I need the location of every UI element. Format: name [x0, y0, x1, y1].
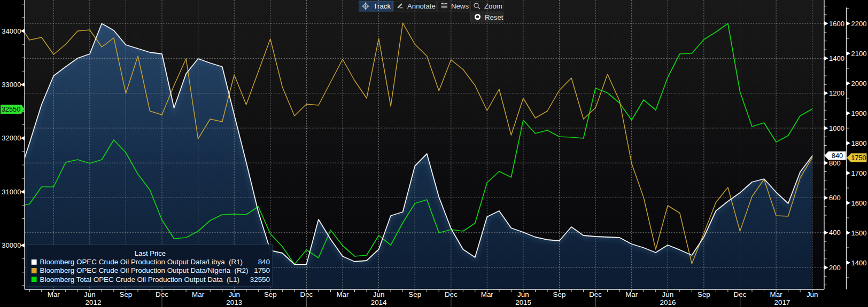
- svg-text:Annotate: Annotate: [407, 2, 436, 10]
- svg-text:Jun: Jun: [84, 290, 96, 298]
- svg-text:2000: 2000: [851, 80, 867, 88]
- svg-text:33000: 33000: [2, 81, 21, 89]
- svg-text:Last Price: Last Price: [135, 249, 166, 257]
- svg-text:31000: 31000: [2, 188, 21, 196]
- svg-text:34000: 34000: [2, 27, 21, 35]
- svg-text:Sep: Sep: [408, 290, 421, 298]
- svg-text:1600: 1600: [829, 20, 844, 28]
- svg-text:2013: 2013: [226, 298, 242, 306]
- svg-text:800: 800: [829, 159, 841, 167]
- svg-text:Mar: Mar: [625, 290, 638, 298]
- svg-text:Zoom: Zoom: [484, 2, 502, 10]
- svg-text:Jun: Jun: [517, 290, 529, 298]
- svg-text:30000: 30000: [2, 241, 21, 249]
- svg-text:Mar: Mar: [770, 290, 783, 298]
- svg-text:600: 600: [829, 194, 841, 202]
- svg-text:1400: 1400: [851, 259, 867, 267]
- svg-text:Mar: Mar: [336, 290, 349, 298]
- svg-text:840: 840: [258, 258, 270, 266]
- svg-text:32000: 32000: [2, 134, 21, 142]
- svg-text:Sep: Sep: [698, 290, 710, 298]
- svg-text:1900: 1900: [851, 109, 867, 117]
- svg-text:1800: 1800: [851, 139, 867, 147]
- svg-text:32550: 32550: [2, 105, 21, 113]
- svg-text:Mar: Mar: [192, 290, 205, 298]
- svg-text:2015: 2015: [515, 298, 531, 306]
- svg-text:1200: 1200: [829, 89, 844, 97]
- svg-text:Bloomberg OPEC Crude Oil Produ: Bloomberg OPEC Crude Oil Production Outp…: [40, 258, 243, 266]
- svg-text:Bloomberg Total OPEC Crude Oil: Bloomberg Total OPEC Crude Oil Productio…: [40, 275, 239, 284]
- svg-text:Jun: Jun: [373, 290, 385, 298]
- svg-text:200: 200: [829, 264, 841, 272]
- svg-text:32550: 32550: [250, 275, 270, 284]
- svg-text:Bloomberg OPEC Crude Oil Produ: Bloomberg OPEC Crude Oil Production Outp…: [40, 266, 249, 274]
- svg-text:400: 400: [829, 229, 841, 237]
- svg-text:Jun: Jun: [807, 290, 818, 298]
- svg-text:Sep: Sep: [553, 290, 566, 298]
- svg-text:1000: 1000: [829, 124, 844, 132]
- svg-text:1400: 1400: [829, 54, 844, 62]
- svg-text:2200: 2200: [851, 20, 867, 28]
- svg-text:Sep: Sep: [119, 290, 132, 298]
- svg-text:840: 840: [832, 152, 843, 160]
- svg-text:1750: 1750: [254, 266, 270, 274]
- svg-text:News: News: [451, 2, 469, 10]
- svg-text:1750: 1750: [851, 154, 866, 162]
- svg-text:Jun: Jun: [228, 290, 240, 298]
- svg-text:2017: 2017: [774, 298, 790, 306]
- svg-text:Mar: Mar: [48, 290, 60, 298]
- svg-text:1500: 1500: [851, 229, 867, 237]
- svg-text:Track: Track: [374, 2, 391, 10]
- svg-text:1600: 1600: [851, 199, 867, 207]
- svg-text:2016: 2016: [660, 298, 676, 306]
- svg-text:2012: 2012: [86, 298, 102, 306]
- svg-text:1700: 1700: [851, 169, 867, 177]
- svg-text:2014: 2014: [371, 298, 387, 306]
- svg-text:Reset: Reset: [485, 13, 503, 21]
- svg-text:Mar: Mar: [481, 290, 494, 298]
- svg-text:Jun: Jun: [662, 290, 674, 298]
- svg-text:Sep: Sep: [264, 290, 277, 298]
- svg-text:2100: 2100: [851, 50, 867, 58]
